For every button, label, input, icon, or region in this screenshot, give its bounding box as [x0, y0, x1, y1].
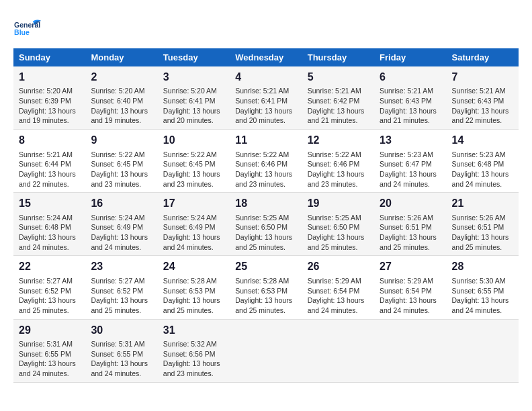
day-number: 27	[380, 259, 441, 274]
day-number: 7	[452, 70, 513, 85]
day-info: Sunrise: 5:27 AM Sunset: 6:52 PM Dayligh…	[19, 276, 80, 316]
day-info: Sunrise: 5:21 AM Sunset: 6:41 PM Dayligh…	[235, 86, 296, 126]
svg-text:Blue: Blue	[14, 28, 30, 36]
day-number: 9	[91, 133, 152, 148]
day-number: 28	[452, 259, 513, 274]
day-cell: 7Sunrise: 5:21 AM Sunset: 6:43 PM Daylig…	[447, 66, 519, 130]
week-row-2: 8Sunrise: 5:21 AM Sunset: 6:44 PM Daylig…	[13, 130, 519, 193]
day-info: Sunrise: 5:27 AM Sunset: 6:52 PM Dayligh…	[91, 276, 152, 316]
day-number: 19	[308, 196, 369, 211]
day-number: 25	[235, 259, 296, 274]
day-number: 11	[235, 133, 296, 148]
day-info: Sunrise: 5:25 AM Sunset: 6:50 PM Dayligh…	[308, 213, 369, 253]
day-cell: 18Sunrise: 5:25 AM Sunset: 6:50 PM Dayli…	[230, 193, 302, 256]
day-info: Sunrise: 5:22 AM Sunset: 6:46 PM Dayligh…	[308, 150, 369, 189]
day-info: Sunrise: 5:22 AM Sunset: 6:45 PM Dayligh…	[91, 150, 152, 189]
day-info: Sunrise: 5:23 AM Sunset: 6:48 PM Dayligh…	[452, 150, 513, 189]
day-number: 22	[19, 259, 80, 274]
day-cell	[447, 319, 519, 382]
day-cell: 25Sunrise: 5:28 AM Sunset: 6:53 PM Dayli…	[230, 256, 302, 319]
day-info: Sunrise: 5:28 AM Sunset: 6:53 PM Dayligh…	[235, 276, 296, 316]
day-info: Sunrise: 5:20 AM Sunset: 6:39 PM Dayligh…	[19, 86, 80, 126]
day-cell: 17Sunrise: 5:24 AM Sunset: 6:49 PM Dayli…	[158, 193, 230, 256]
day-cell: 12Sunrise: 5:22 AM Sunset: 6:46 PM Dayli…	[302, 130, 374, 193]
day-cell: 29Sunrise: 5:31 AM Sunset: 6:55 PM Dayli…	[13, 319, 85, 382]
column-header-friday: Friday	[374, 48, 446, 66]
day-info: Sunrise: 5:21 AM Sunset: 6:44 PM Dayligh…	[19, 150, 80, 189]
logo: General Blue	[13, 13, 42, 42]
day-info: Sunrise: 5:31 AM Sunset: 6:55 PM Dayligh…	[91, 339, 152, 379]
day-info: Sunrise: 5:21 AM Sunset: 6:43 PM Dayligh…	[452, 86, 513, 126]
column-header-sunday: Sunday	[13, 48, 85, 66]
day-info: Sunrise: 5:29 AM Sunset: 6:54 PM Dayligh…	[380, 276, 441, 316]
day-info: Sunrise: 5:22 AM Sunset: 6:46 PM Dayligh…	[235, 150, 296, 189]
day-info: Sunrise: 5:22 AM Sunset: 6:45 PM Dayligh…	[163, 150, 224, 189]
day-number: 30	[91, 323, 152, 338]
day-info: Sunrise: 5:20 AM Sunset: 6:40 PM Dayligh…	[91, 86, 152, 126]
day-cell: 28Sunrise: 5:30 AM Sunset: 6:55 PM Dayli…	[447, 256, 519, 319]
day-number: 17	[163, 196, 224, 211]
day-info: Sunrise: 5:32 AM Sunset: 6:56 PM Dayligh…	[163, 339, 224, 379]
day-number: 2	[91, 70, 152, 85]
day-info: Sunrise: 5:29 AM Sunset: 6:54 PM Dayligh…	[308, 276, 369, 316]
day-info: Sunrise: 5:31 AM Sunset: 6:55 PM Dayligh…	[19, 339, 80, 379]
column-header-tuesday: Tuesday	[158, 48, 230, 66]
day-info: Sunrise: 5:26 AM Sunset: 6:51 PM Dayligh…	[380, 213, 441, 253]
day-number: 13	[380, 133, 441, 148]
column-header-monday: Monday	[85, 48, 157, 66]
day-cell	[230, 319, 302, 382]
day-number: 16	[91, 196, 152, 211]
day-info: Sunrise: 5:26 AM Sunset: 6:51 PM Dayligh…	[452, 213, 513, 253]
day-number: 1	[19, 70, 80, 85]
day-number: 26	[308, 259, 369, 274]
day-cell: 20Sunrise: 5:26 AM Sunset: 6:51 PM Dayli…	[374, 193, 446, 256]
day-info: Sunrise: 5:24 AM Sunset: 6:49 PM Dayligh…	[163, 213, 224, 253]
day-number: 18	[235, 196, 296, 211]
day-number: 23	[91, 259, 152, 274]
day-cell	[302, 319, 374, 382]
day-cell: 30Sunrise: 5:31 AM Sunset: 6:55 PM Dayli…	[85, 319, 157, 382]
day-number: 15	[19, 196, 80, 211]
day-number: 21	[452, 196, 513, 211]
day-number: 8	[19, 133, 80, 148]
day-number: 24	[163, 259, 224, 274]
day-info: Sunrise: 5:30 AM Sunset: 6:55 PM Dayligh…	[452, 276, 513, 316]
day-cell: 24Sunrise: 5:28 AM Sunset: 6:53 PM Dayli…	[158, 256, 230, 319]
day-cell: 2Sunrise: 5:20 AM Sunset: 6:40 PM Daylig…	[85, 66, 157, 130]
day-cell: 15Sunrise: 5:24 AM Sunset: 6:48 PM Dayli…	[13, 193, 85, 256]
week-row-1: 1Sunrise: 5:20 AM Sunset: 6:39 PM Daylig…	[13, 66, 519, 130]
day-cell: 8Sunrise: 5:21 AM Sunset: 6:44 PM Daylig…	[13, 130, 85, 193]
week-row-3: 15Sunrise: 5:24 AM Sunset: 6:48 PM Dayli…	[13, 193, 519, 256]
day-info: Sunrise: 5:24 AM Sunset: 6:49 PM Dayligh…	[91, 213, 152, 253]
day-cell: 31Sunrise: 5:32 AM Sunset: 6:56 PM Dayli…	[158, 319, 230, 382]
day-cell: 14Sunrise: 5:23 AM Sunset: 6:48 PM Dayli…	[447, 130, 519, 193]
day-number: 4	[235, 70, 296, 85]
column-header-wednesday: Wednesday	[230, 48, 302, 66]
day-number: 6	[380, 70, 441, 85]
day-cell: 1Sunrise: 5:20 AM Sunset: 6:39 PM Daylig…	[13, 66, 85, 130]
day-number: 31	[163, 323, 224, 338]
day-cell: 3Sunrise: 5:20 AM Sunset: 6:41 PM Daylig…	[158, 66, 230, 130]
day-number: 10	[163, 133, 224, 148]
day-cell: 10Sunrise: 5:22 AM Sunset: 6:45 PM Dayli…	[158, 130, 230, 193]
day-number: 29	[19, 323, 80, 338]
header-row: SundayMondayTuesdayWednesdayThursdayFrid…	[13, 48, 519, 66]
day-info: Sunrise: 5:20 AM Sunset: 6:41 PM Dayligh…	[163, 86, 224, 126]
week-row-5: 29Sunrise: 5:31 AM Sunset: 6:55 PM Dayli…	[13, 319, 519, 382]
day-cell: 9Sunrise: 5:22 AM Sunset: 6:45 PM Daylig…	[85, 130, 157, 193]
day-cell: 11Sunrise: 5:22 AM Sunset: 6:46 PM Dayli…	[230, 130, 302, 193]
day-cell: 16Sunrise: 5:24 AM Sunset: 6:49 PM Dayli…	[85, 193, 157, 256]
day-info: Sunrise: 5:25 AM Sunset: 6:50 PM Dayligh…	[235, 213, 296, 253]
column-header-saturday: Saturday	[447, 48, 519, 66]
column-header-thursday: Thursday	[302, 48, 374, 66]
day-info: Sunrise: 5:21 AM Sunset: 6:42 PM Dayligh…	[308, 86, 369, 126]
day-number: 12	[308, 133, 369, 148]
page-header: General Blue	[13, 13, 519, 42]
day-cell: 21Sunrise: 5:26 AM Sunset: 6:51 PM Dayli…	[447, 193, 519, 256]
day-cell	[374, 319, 446, 382]
day-cell: 23Sunrise: 5:27 AM Sunset: 6:52 PM Dayli…	[85, 256, 157, 319]
day-number: 14	[452, 133, 513, 148]
day-number: 3	[163, 70, 224, 85]
day-info: Sunrise: 5:24 AM Sunset: 6:48 PM Dayligh…	[19, 213, 80, 253]
day-cell: 6Sunrise: 5:21 AM Sunset: 6:43 PM Daylig…	[374, 66, 446, 130]
